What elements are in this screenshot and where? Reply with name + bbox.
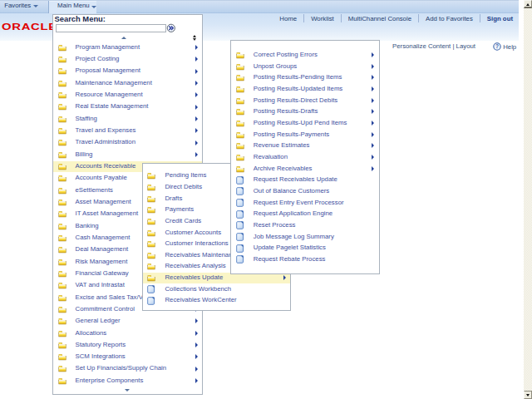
svg-text:?: ? <box>495 44 499 50</box>
